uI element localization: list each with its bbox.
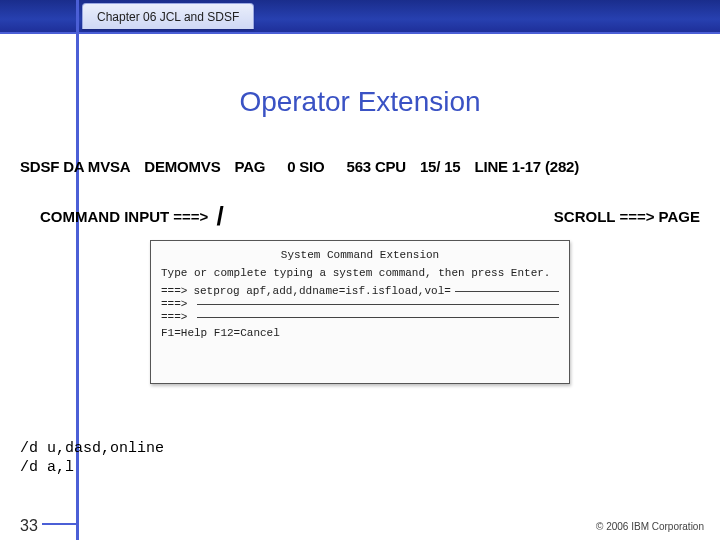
- command-input-label: COMMAND INPUT ===>: [40, 208, 208, 225]
- panel-fkeys: F1=Help F12=Cancel: [161, 327, 559, 339]
- input-underline: [197, 317, 559, 318]
- sdsf-status-line: SDSF DA MVSA DEMOMVS PAG 0 SIO 563 CPU 1…: [20, 158, 700, 175]
- sdsf-cpu: 563 CPU: [347, 158, 406, 175]
- input-underline: [455, 291, 559, 292]
- sdsf-sio: 0 SIO: [287, 158, 324, 175]
- prompt-arrow: ===>: [161, 298, 187, 310]
- sdsf-ratio: 15/ 15: [420, 158, 461, 175]
- panel-row-3: ===>: [161, 311, 559, 323]
- example-cmd-2: /d a,l: [20, 459, 164, 478]
- command-slash: /: [217, 201, 224, 232]
- slide-title: Operator Extension: [0, 86, 720, 118]
- sdsf-pag: PAG: [234, 158, 265, 175]
- command-input-line: COMMAND INPUT ===> / SCROLL ===> PAGE: [40, 198, 700, 229]
- panel-row-1: ===> setprog apf,add,ddname=isf.isfload,…: [161, 285, 559, 297]
- sdsf-prefix: SDSF DA MVSA: [20, 158, 130, 175]
- sdsf-line-range: LINE 1-17 (282): [474, 158, 579, 175]
- panel-instruction: Type or complete typing a system command…: [161, 267, 559, 279]
- panel-command-text: setprog apf,add,ddname=isf.isfload,vol=: [193, 285, 450, 297]
- example-cmd-1: /d u,dasd,online: [20, 440, 164, 459]
- page-number: 33: [20, 517, 38, 535]
- footer: 33 © 2006 IBM Corporation: [0, 512, 720, 540]
- input-underline: [197, 304, 559, 305]
- sdsf-system: DEMOMVS: [144, 158, 220, 175]
- panel-title: System Command Extension: [161, 249, 559, 261]
- copyright: © 2006 IBM Corporation: [596, 521, 704, 532]
- panel-row-2: ===>: [161, 298, 559, 310]
- prompt-arrow: ===>: [161, 311, 187, 323]
- example-commands: /d u,dasd,online /d a,l: [20, 440, 164, 478]
- system-command-extension-panel: System Command Extension Type or complet…: [150, 240, 570, 384]
- chapter-label: Chapter 06 JCL and SDSF: [97, 10, 239, 24]
- chapter-tab: Chapter 06 JCL and SDSF: [82, 3, 254, 29]
- prompt-arrow: ===>: [161, 285, 187, 297]
- command-input-left: COMMAND INPUT ===> /: [40, 198, 224, 229]
- scroll-label: SCROLL ===> PAGE: [554, 208, 700, 225]
